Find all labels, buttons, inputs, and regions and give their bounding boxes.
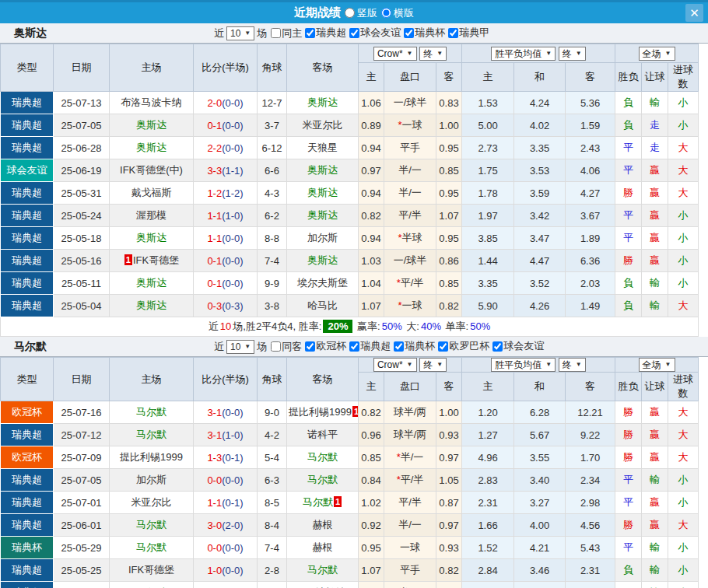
- league-checkbox[interactable]: [448, 28, 458, 38]
- same-venue-checkbox[interactable]: [271, 341, 281, 352]
- europe-stage-select[interactable]: 终▼: [559, 358, 586, 372]
- avg-home-odds: 1.53: [462, 92, 514, 114]
- vertical-radio[interactable]: [345, 8, 355, 18]
- league-checkbox[interactable]: [394, 341, 404, 352]
- odds-company-select[interactable]: Crow*▼: [373, 358, 417, 372]
- avg-away-odds: 4.84: [566, 582, 615, 588]
- result-goals: 大: [668, 424, 699, 446]
- same-venue-filter[interactable]: 同主: [269, 26, 302, 40]
- league-filter[interactable]: 球会友谊: [491, 339, 544, 353]
- team-name: 马尔默: [136, 406, 166, 418]
- score: 1-1(1-0): [194, 205, 258, 227]
- scope-group-header: 全场▼: [615, 358, 699, 373]
- horizontal-radio[interactable]: [381, 8, 391, 18]
- col-res-goals: 进球数: [668, 63, 699, 92]
- avg-away-odds: 6.36: [566, 250, 615, 272]
- corners: 9-9: [258, 272, 287, 295]
- col-score: 比分(半场): [194, 44, 258, 92]
- home-odds: 0.82: [359, 401, 384, 424]
- filter-bar: 奥斯达 近 10 ▼ 场 同主 瑞典超球会友谊瑞典杯瑞典甲: [0, 23, 708, 44]
- league-filter[interactable]: 瑞典杯: [392, 339, 435, 353]
- league-checkbox[interactable]: [305, 28, 315, 38]
- col-odds-home: 主: [359, 63, 384, 92]
- league-filter[interactable]: 瑞典甲: [447, 26, 489, 40]
- result-wdl: 平: [615, 159, 642, 182]
- league-filter[interactable]: 瑞典超: [348, 339, 391, 353]
- league-type-badge: 球会友谊: [1, 159, 53, 181]
- result-goals: 大: [668, 446, 699, 469]
- summary-segment: 近: [209, 320, 219, 332]
- match-count-select[interactable]: 10 ▼: [226, 340, 254, 354]
- col-type: 类型: [1, 358, 54, 401]
- league-type-badge: 瑞典超: [1, 227, 53, 249]
- europe-odds-select[interactable]: 胜平负均值▼: [491, 47, 556, 61]
- col-score: 比分(半场): [194, 358, 258, 401]
- league-filter[interactable]: 瑞典杯: [402, 26, 445, 40]
- table-row: 瑞典超 25-06-28 奥斯达 2-2(0-0) 6-12 天狼星 0.94 …: [1, 137, 699, 159]
- away-team: 诺科平: [287, 424, 359, 446]
- odds-stage-select[interactable]: 终▼: [419, 47, 447, 61]
- home-team: 奥斯达: [110, 295, 194, 317]
- home-team: 奥斯达: [110, 114, 194, 137]
- team-name: 渥那模: [136, 209, 166, 221]
- same-venue-filter[interactable]: 同客: [269, 340, 302, 354]
- league-type-badge: 瑞典超: [1, 295, 53, 317]
- league-type-badge: 瑞典超: [1, 514, 53, 536]
- league-checkbox[interactable]: [305, 341, 315, 352]
- team-name: 天狼星: [307, 142, 338, 153]
- league-checkbox[interactable]: [349, 341, 359, 352]
- home-odds: 0.84: [359, 469, 384, 492]
- avg-away-odds: 5.36: [566, 92, 615, 114]
- league-checkbox[interactable]: [349, 28, 359, 38]
- europe-stage-select[interactable]: 终▼: [559, 47, 586, 61]
- home-odds: 1.03: [359, 250, 384, 272]
- match-date: 25-05-11: [54, 272, 110, 295]
- match-date: 25-07-16: [54, 401, 110, 424]
- same-venue-checkbox[interactable]: [271, 28, 281, 38]
- europe-odds-select[interactable]: 胜平负均值▼: [491, 358, 556, 372]
- avg-draw-odds: 3.55: [514, 446, 566, 469]
- match-count-select[interactable]: 10 ▼: [226, 26, 254, 40]
- avg-draw-odds: 3.53: [514, 159, 566, 182]
- league-checkbox[interactable]: [438, 341, 448, 352]
- odds-stage-select[interactable]: 终▼: [419, 358, 447, 372]
- corners: 6-3: [258, 469, 287, 492]
- league-type-badge: 瑞典超: [1, 559, 53, 581]
- handicap: 一/球半: [384, 92, 436, 114]
- col-odds-away: 客: [436, 63, 462, 92]
- league-type-badge: 瑞典超: [1, 250, 53, 271]
- table-row: 瑞典杯 25-05-29 马尔默 0-0(0-0) 7-4 赫根 0.95 一球…: [1, 537, 699, 559]
- team-name: 奥斯达: [307, 254, 338, 266]
- league-type-badge: 瑞典超: [1, 205, 53, 226]
- away-odds: 0.85: [436, 272, 462, 295]
- team-name: 奥斯达: [307, 187, 338, 198]
- handicap-star-icon: *: [398, 232, 401, 243]
- layout-radio-horizontal[interactable]: 横版: [381, 6, 414, 20]
- league-filter[interactable]: 瑞典超: [303, 26, 346, 40]
- avg-home-odds: 1.97: [462, 205, 514, 227]
- league-filter[interactable]: 欧罗巴杯: [436, 339, 489, 353]
- match-date: 25-05-16: [54, 250, 110, 272]
- handicap: 半/一: [384, 159, 436, 182]
- avg-away-odds: 5.43: [566, 537, 615, 559]
- score: 3-0(2-0): [194, 514, 258, 537]
- team-name: 提比利锡1999: [289, 406, 352, 418]
- scope-select[interactable]: 全场▼: [639, 47, 675, 61]
- table-row: 瑞典超 25-05-23 马尔默 0-0(0-0) 9-6 AIK法兰地 1.0…: [1, 582, 699, 588]
- league-filter[interactable]: 欧冠杯: [303, 339, 346, 353]
- result-handicap: 輸: [642, 272, 668, 295]
- away-team: 加尔斯: [287, 227, 359, 250]
- avg-draw-odds: 4.26: [514, 295, 566, 317]
- corners: 9-0: [258, 401, 287, 424]
- page-title: 近期战绩: [294, 5, 341, 20]
- layout-radio-vertical[interactable]: 竖版: [345, 6, 377, 20]
- home-team: 马尔默: [110, 582, 194, 588]
- avg-home-odds: 1.44: [462, 250, 514, 272]
- league-filter[interactable]: 球会友谊: [348, 26, 401, 40]
- league-checkbox[interactable]: [492, 341, 503, 352]
- close-icon[interactable]: ✕: [685, 4, 703, 22]
- odds-company-select[interactable]: Crow*▼: [373, 47, 417, 61]
- scope-select[interactable]: 全场▼: [639, 358, 675, 372]
- result-wdl: 負: [615, 92, 642, 114]
- league-checkbox[interactable]: [404, 28, 414, 38]
